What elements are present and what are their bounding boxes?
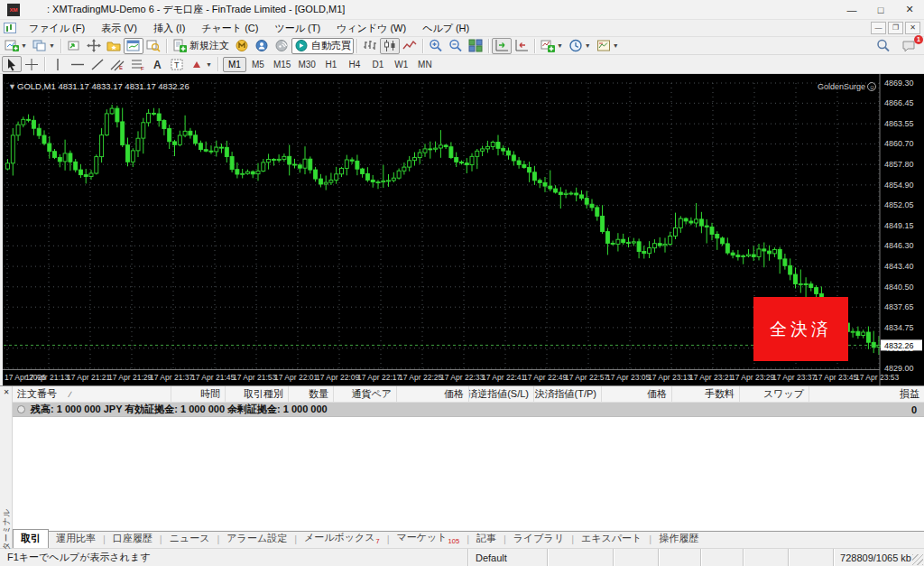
auto-scroll-icon[interactable] [492,38,512,54]
column-header-3[interactable]: 数量 [289,386,334,402]
column-header-9[interactable]: 手数料 [672,386,740,402]
notifications-icon[interactable]: 1 [899,38,919,54]
terminal-tab-7[interactable]: 記事 [469,530,504,548]
indicators-icon[interactable]: ▼ [538,38,566,54]
templates-icon[interactable]: ▼ [594,38,622,54]
terminal-tab-2[interactable]: 口座履歴 [106,530,160,548]
new-chart-dropdown-icon[interactable]: ▼ [21,42,27,49]
channel-icon[interactable]: E [107,56,127,72]
chart-area[interactable]: 4869.304866.454863.554860.704857.804854.… [0,74,924,385]
trendline-icon[interactable] [88,56,107,72]
cursor-icon[interactable] [2,56,22,72]
column-header-7[interactable]: 決済指値(T/P) [534,386,602,402]
menu-item-3[interactable]: チャート (C) [193,20,266,37]
maximize-button[interactable]: □ [866,0,895,20]
community-icon[interactable] [252,38,272,54]
column-header-6[interactable]: 決済逆指値(S/L) [469,386,534,402]
terminal-tab-6[interactable]: マーケット105 [390,529,467,548]
timeframe-h4-button[interactable]: H4 [343,57,366,72]
terminal-tab-3[interactable]: ニュース [162,530,217,548]
toolbar-separator [166,39,167,53]
terminal-tab-0[interactable]: 取引 [13,529,49,548]
chart-shift-icon[interactable] [512,38,531,54]
indicators-dropdown-icon[interactable]: ▼ [557,42,563,49]
tile-windows-icon[interactable] [466,38,485,54]
ea-name-label: GoldenSurge [818,82,865,91]
timeframe-m1-button[interactable]: M1 [223,57,246,72]
periods-icon[interactable]: ▼ [566,38,594,54]
close-button[interactable]: ✕ [895,0,924,20]
close-all-button[interactable]: 全決済 [753,297,848,361]
timeframe-m30-button[interactable]: M30 [294,57,319,72]
metaeditor-icon[interactable] [232,38,252,54]
crosshair-icon[interactable] [22,56,42,72]
vline-icon[interactable] [48,56,68,72]
terminal-close-icon[interactable]: ✕ [2,388,11,397]
signals-icon[interactable] [272,38,291,54]
zoom-out-icon[interactable] [446,38,466,54]
column-header-2[interactable]: 取引種別 [226,386,289,402]
profiles-icon[interactable]: ▼ [30,38,58,54]
bar-chart-icon[interactable] [360,38,380,54]
market-watch-icon[interactable] [124,38,143,54]
column-header-11[interactable]: 損益 [809,386,924,402]
menu-item-5[interactable]: ウィンドウ (W) [328,20,414,37]
svg-text:17 Apr 21:53: 17 Apr 21:53 [233,373,276,382]
text-icon[interactable]: A [147,56,167,72]
fibonacci-icon[interactable]: F [127,56,147,72]
mdi-restore-button[interactable]: ❐ [888,22,903,34]
candle-chart-icon[interactable] [380,38,400,54]
zoom-in-icon[interactable] [426,38,446,54]
templates-dropdown-icon[interactable]: ▼ [613,42,619,49]
timeframe-h1-button[interactable]: H1 [319,57,343,72]
toolbar-separator [60,39,61,53]
arrows-icon[interactable]: ▼ [187,56,215,72]
notifications-badge: 1 [914,35,923,44]
timeframe-m15-button[interactable]: M15 [270,57,294,72]
terminal-tab-10[interactable]: 操作履歴 [651,530,706,548]
terminal-tab-5[interactable]: メールボックス7 [297,529,387,548]
mdi-minimize-button[interactable]: — [871,22,886,34]
column-header-5[interactable]: 価格 [397,386,469,402]
column-header-4[interactable]: 通貨ペア [334,386,397,402]
search-icon[interactable] [873,38,893,54]
navigator-icon[interactable] [84,38,104,54]
timeframe-d1-button[interactable]: D1 [366,57,390,72]
status-profile[interactable]: Default [468,549,548,566]
new-chart-icon[interactable]: ▼ [2,38,30,54]
menu-item-0[interactable]: ファイル (F) [21,20,93,37]
timeframe-w1-button[interactable]: W1 [390,57,413,72]
mdi-close-button[interactable]: ✕ [905,22,920,34]
terminal-tab-8[interactable]: ライブラリ [506,530,571,548]
data-window-icon[interactable] [143,38,163,54]
column-header-10[interactable]: スワップ [740,386,809,402]
terminal-tab-1[interactable]: 運用比率 [49,530,103,548]
hline-icon[interactable] [68,56,88,72]
new-order-button[interactable]: 新規注文 [170,38,232,54]
arrows-dropdown-icon[interactable]: ▼ [206,61,212,68]
minimize-button[interactable]: — [837,0,866,20]
profiles-dropdown-icon[interactable]: ▼ [49,42,55,49]
column-header-1[interactable]: 時間 [171,386,226,402]
menu-item-6[interactable]: ヘルプ (H) [414,20,477,37]
terminal-tab-9[interactable]: エキスパート [574,530,649,548]
autotrade-button[interactable]: 自動売買 [291,38,354,54]
svg-text:17 Apr 23:21: 17 Apr 23:21 [689,373,733,382]
menu-item-4[interactable]: ツール (T) [266,20,328,37]
menu-item-1[interactable]: 表示 (V) [93,20,145,37]
chart-window-icon[interactable] [4,23,16,33]
tab-badge: 105 [448,537,460,545]
menu-item-2[interactable]: 挿入 (I) [145,20,193,37]
timeframe-mn-button[interactable]: MN [413,57,437,72]
refresh-icon[interactable] [64,38,84,54]
column-header-8[interactable]: 価格 [602,386,672,402]
timeframe-m5-button[interactable]: M5 [246,57,270,72]
balance-row[interactable]: 残高: 1 000 000 JPY 有効証拠金: 1 000 000 余剰証拠金… [13,403,924,417]
terminal-tab-4[interactable]: アラーム設定 [219,530,294,548]
periods-dropdown-icon[interactable]: ▼ [585,42,591,49]
resize-grip[interactable] [912,554,923,565]
text-label-icon[interactable]: T [167,56,187,72]
line-chart-icon[interactable] [400,38,420,54]
favorites-icon[interactable] [104,38,124,54]
column-header-0[interactable]: 注文番号∕ [13,386,171,402]
